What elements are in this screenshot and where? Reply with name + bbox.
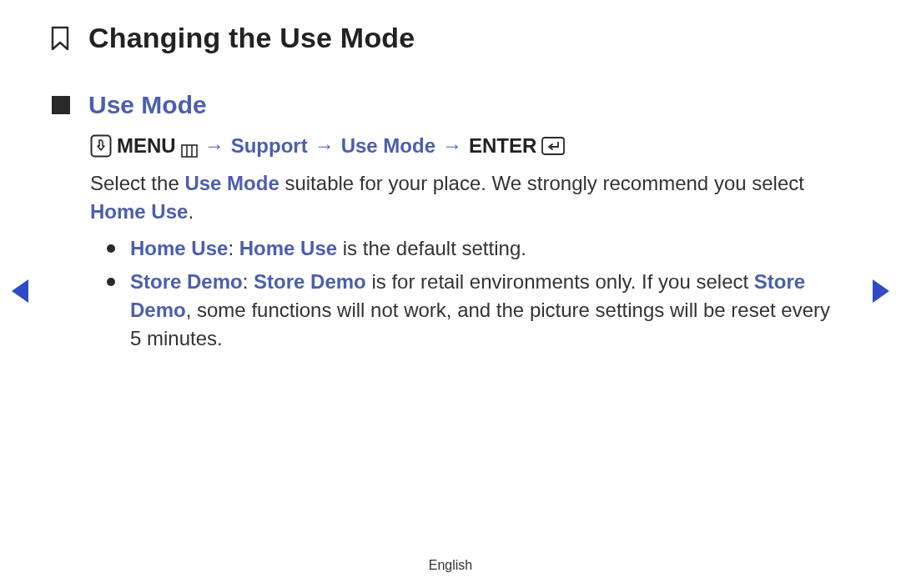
intro-text: Select the xyxy=(90,172,184,194)
intro-paragraph: Select the Use Mode suitable for your pl… xyxy=(90,169,843,226)
list-item: Home Use: Home Use is the default settin… xyxy=(107,234,834,263)
bullet-dot-icon xyxy=(107,244,115,253)
intro-text: suitable for your place. We strongly rec… xyxy=(279,172,804,194)
breadcrumb-support: Support xyxy=(231,134,308,158)
square-bullet-icon xyxy=(52,96,70,114)
prev-page-button[interactable] xyxy=(12,279,28,303)
list-item-text: Store Demo: Store Demo is for retail env… xyxy=(130,268,834,353)
page-title: Changing the Use Mode xyxy=(88,22,415,54)
menu-path-breadcrumb: MENU → Support → Use Mode → ENTER xyxy=(90,134,851,158)
bookmark-icon xyxy=(50,26,70,51)
intro-keyword-use-mode: Use Mode xyxy=(184,172,279,194)
hand-touch-icon xyxy=(90,134,112,158)
svg-rect-4 xyxy=(542,138,564,154)
intro-text: . xyxy=(188,200,194,223)
store-demo-label: Store Demo xyxy=(130,270,243,293)
breadcrumb-use-mode: Use Mode xyxy=(341,134,435,158)
list-sep: : xyxy=(243,270,254,293)
list-sep: : xyxy=(228,237,239,259)
next-page-button[interactable] xyxy=(873,279,889,303)
home-use-inline: Home Use xyxy=(239,237,337,259)
arrow-icon: → xyxy=(203,134,226,158)
arrow-icon: → xyxy=(440,134,464,158)
intro-keyword-home-use: Home Use xyxy=(90,200,188,223)
svg-rect-1 xyxy=(182,145,197,157)
enter-label: ENTER xyxy=(469,134,536,158)
svg-rect-0 xyxy=(92,136,111,157)
store-demo-inline: Store Demo xyxy=(254,270,366,293)
bullet-list: Home Use: Home Use is the default settin… xyxy=(107,234,834,353)
home-use-label: Home Use xyxy=(130,237,228,259)
section-heading: Use Mode xyxy=(88,91,207,119)
list-item-text: Home Use: Home Use is the default settin… xyxy=(130,234,526,263)
store-demo-mid1: is for retail environments only. If you … xyxy=(366,270,754,293)
menu-bars-icon xyxy=(181,139,198,153)
section-heading-row: Use Mode xyxy=(50,91,851,119)
arrow-icon: → xyxy=(313,134,336,158)
footer-language: English xyxy=(0,558,901,573)
store-demo-mid2: , some functions will not work, and the … xyxy=(130,299,830,349)
menu-label: MENU xyxy=(117,134,176,158)
enter-icon xyxy=(541,137,565,155)
bullet-dot-icon xyxy=(107,278,115,286)
home-use-rest: is the default setting. xyxy=(337,237,526,259)
page-title-row: Changing the Use Mode xyxy=(50,22,851,54)
list-item: Store Demo: Store Demo is for retail env… xyxy=(107,268,834,353)
